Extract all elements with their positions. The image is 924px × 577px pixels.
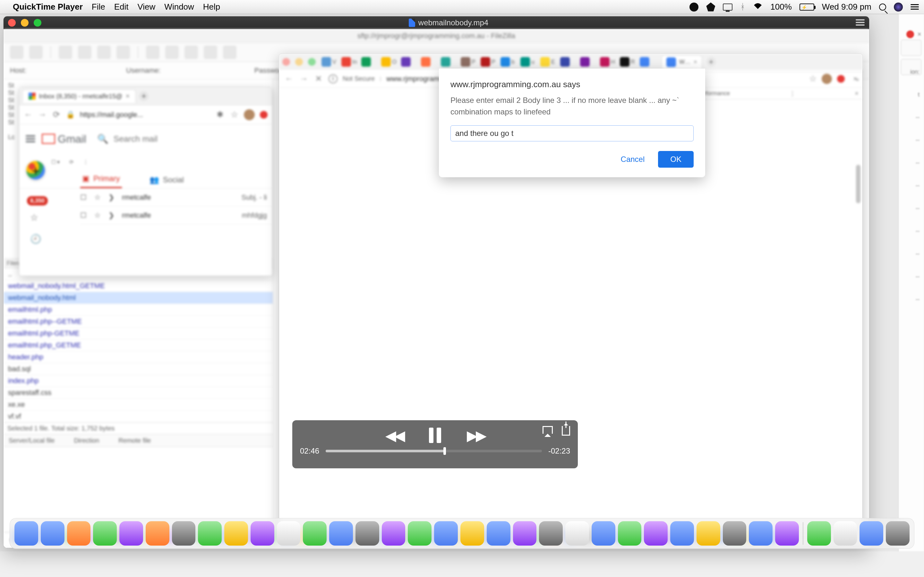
dock-app[interactable] — [591, 521, 615, 546]
playback-scrubber[interactable] — [326, 450, 542, 452]
dock-app-finder[interactable] — [15, 521, 38, 546]
quicktime-filename: webmailnobody.mp4 — [418, 18, 488, 27]
row-important-icon: ❯ — [108, 193, 114, 201]
battery-icon[interactable]: ⚡ — [800, 3, 814, 11]
chrome-tab: O — [381, 57, 399, 67]
dock-folder[interactable] — [859, 521, 883, 546]
gmail-urlbar: ← → ⟳ 🔒 https://mail.google... ✱ ☆ — [19, 105, 272, 124]
gmail-message-row: ☐☆❯ rmetcalfe Subj. - li — [80, 189, 272, 206]
dock-folder[interactable] — [807, 521, 831, 546]
dock-app[interactable] — [67, 521, 91, 546]
dock-app[interactable] — [644, 521, 668, 546]
file-row: webmail_nobody.html_GETME — [3, 280, 273, 292]
dock-trash[interactable] — [886, 521, 909, 546]
chrome-tab — [559, 57, 577, 67]
host-label: Host: — [10, 66, 32, 75]
bluetooth-icon[interactable]: ᚼ — [740, 2, 745, 12]
menubar-status-icon-1[interactable] — [690, 3, 698, 11]
chrome-tab — [420, 57, 438, 67]
dock-app[interactable] — [329, 521, 353, 546]
dock-app[interactable] — [539, 521, 563, 546]
dock-app[interactable] — [434, 521, 458, 546]
record-indicator-icon — [906, 31, 914, 38]
gmail-window: Inbox (8,350) - rmetcalfe15@ × + ← → ⟳ 🔒… — [19, 87, 272, 276]
rewind-button[interactable]: ◀◀ — [385, 427, 403, 444]
filezilla-selection-status: Selected 1 file. Total size: 1,752 bytes — [3, 422, 273, 434]
dock-app[interactable] — [513, 521, 537, 546]
share-icon[interactable] — [562, 426, 570, 436]
starred-icon: ☆ — [30, 212, 41, 223]
new-tab-button: + — [139, 91, 149, 101]
dock-app[interactable] — [775, 521, 799, 546]
dock-folder[interactable] — [834, 521, 857, 546]
dock-app[interactable] — [198, 521, 222, 546]
dialog-prompt-input[interactable] — [451, 125, 694, 141]
dock-app[interactable] — [382, 521, 405, 546]
dock-app[interactable] — [355, 521, 379, 546]
menubar-clock[interactable]: Wed 9:09 pm — [822, 2, 871, 12]
file-row: emailhtml.php--GETME — [3, 316, 273, 327]
dock-app[interactable] — [277, 521, 300, 546]
file-row: header.php — [3, 351, 273, 363]
chrome-tab — [580, 57, 598, 67]
nav-forward-icon: → — [299, 74, 309, 84]
select-checkbox-icon: ☐ ▾ — [51, 159, 60, 165]
dock-app[interactable] — [749, 521, 772, 546]
close-icon: × — [917, 30, 921, 39]
notification-center-icon[interactable] — [911, 4, 919, 10]
dock-app[interactable] — [224, 521, 248, 546]
window-zoom-button[interactable] — [34, 19, 41, 27]
dock-app[interactable] — [670, 521, 694, 546]
display-icon[interactable] — [723, 3, 732, 11]
wifi-icon[interactable] — [753, 2, 762, 12]
dialog-cancel-button[interactable]: Cancel — [614, 151, 652, 168]
dock-app[interactable] — [250, 521, 274, 546]
menu-help[interactable]: Help — [203, 2, 220, 12]
tab-favicon-icon — [321, 57, 331, 67]
row-checkbox-icon: ☐ — [80, 211, 87, 219]
gmail-favicon-icon — [29, 93, 36, 100]
menubar-app-name[interactable]: QuickTime Player — [13, 2, 83, 12]
menu-file[interactable]: File — [92, 2, 105, 12]
tab-favicon-icon — [381, 57, 391, 67]
extension-icon: ✱ — [216, 110, 225, 119]
menu-window[interactable]: Window — [164, 2, 194, 12]
tab-favicon-icon — [600, 57, 610, 67]
siri-icon[interactable] — [894, 3, 903, 11]
dock-app-terminal[interactable] — [696, 521, 720, 546]
file-row: bad.sql — [3, 363, 273, 375]
dock-app[interactable] — [145, 521, 170, 546]
dock-app-chrome[interactable] — [618, 521, 642, 546]
menu-view[interactable]: View — [137, 2, 155, 12]
nav-stop-icon: ✕ — [314, 74, 323, 84]
dock-app[interactable] — [41, 521, 65, 546]
dialog-ok-button[interactable]: OK — [658, 151, 694, 168]
more-menu-icon: ⋮ — [83, 159, 88, 165]
window-minimize-button[interactable] — [21, 19, 29, 27]
gmail-logo: Gmail — [42, 133, 86, 145]
dock-app[interactable] — [460, 521, 484, 546]
dock-app[interactable] — [723, 521, 746, 546]
dialog-origin: www.rjmprogramming.com.au says — [451, 79, 694, 89]
menu-edit[interactable]: Edit — [114, 2, 129, 12]
spotlight-icon[interactable] — [879, 3, 886, 11]
unread-badge: 8,350 — [27, 196, 48, 205]
dock-app-calendar[interactable] — [172, 521, 196, 546]
window-close-button[interactable] — [8, 19, 16, 27]
gmail-compose-button: ＋ — [26, 161, 45, 179]
dock-app[interactable] — [408, 521, 431, 546]
search-icon: 🔍 — [97, 134, 108, 144]
dock-app[interactable] — [120, 521, 143, 546]
menubar-status-icon-2[interactable] — [706, 3, 715, 11]
dock-app[interactable] — [565, 521, 589, 546]
pause-button[interactable] — [429, 428, 441, 443]
tab-favicon-icon — [421, 57, 431, 67]
dock-app[interactable] — [487, 521, 510, 546]
airplay-icon[interactable] — [543, 426, 553, 434]
gmail-sidebar-icons: ☆ 🕘 — [30, 212, 41, 244]
dock-app[interactable] — [303, 521, 326, 546]
gmail-message-list: ☐☆❯ rmetcalfe Subj. - li ☐☆❯ rmetcalfe m… — [19, 189, 272, 224]
fast-forward-button[interactable]: ▶▶ — [467, 427, 485, 444]
dock-app-safari[interactable] — [93, 521, 117, 546]
tab-primary: ▣ Primary — [80, 170, 122, 188]
